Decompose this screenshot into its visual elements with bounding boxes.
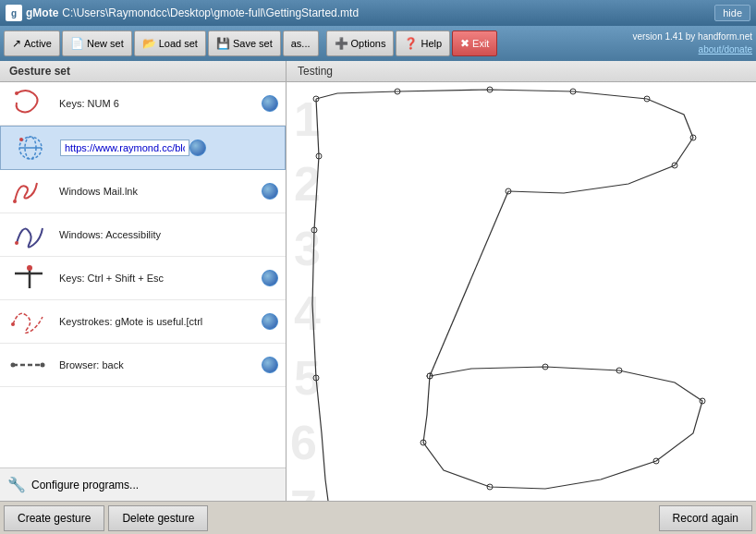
active-icon: ↗ [12, 37, 21, 50]
gesture-thumbnail [7, 304, 52, 339]
options-button[interactable]: ➕ Options [326, 30, 395, 56]
svg-point-12 [11, 363, 16, 368]
gesture-item[interactable]: Keys: Ctrl + Shift + Esc [0, 257, 286, 300]
options-icon: ➕ [335, 37, 348, 50]
hide-button[interactable]: hide [714, 5, 750, 21]
about-donate-link[interactable]: about/donate [632, 43, 752, 56]
gesture-item-selected[interactable] [0, 126, 286, 170]
svg-point-10 [11, 322, 15, 326]
gesture-canvas [287, 82, 756, 501]
gesture-thumbnail [7, 217, 52, 252]
canvas-area[interactable]: 1 2 3 4 5 6 7 [287, 82, 756, 501]
gesture-thumbnail [7, 347, 52, 382]
configure-programs-button[interactable]: 🔧 Configure programs... [0, 467, 286, 501]
delete-gesture-button[interactable]: Delete gesture [108, 505, 208, 531]
gesture-item[interactable]: Windows Mail.lnk [0, 170, 286, 213]
help-icon: ❓ [404, 37, 418, 50]
file-path: C:\Users\Raymondcc\Desktop\gmote-full\Ge… [62, 6, 359, 19]
exit-icon: ✖ [460, 37, 469, 50]
gesture-thumbnail [7, 261, 52, 296]
app-name: gMote [26, 6, 58, 19]
globe-icon [262, 313, 278, 330]
svg-point-13 [41, 363, 45, 368]
help-button[interactable]: ❓ Help [396, 30, 450, 56]
svg-line-33 [430, 191, 508, 376]
svg-point-4 [19, 138, 23, 141]
gesture-list: Keys: NUM 6 [0, 82, 286, 467]
save-set-button[interactable]: 💾 Save set [208, 30, 281, 56]
version-info: version 1.41 by handform.net about/donat… [632, 30, 752, 56]
gesture-thumbnail [7, 174, 52, 209]
bottom-bar: Create gesture Delete gesture Record aga… [0, 501, 756, 534]
svg-point-0 [15, 91, 18, 95]
gesture-set-tab: Gesture set [0, 61, 286, 82]
svg-point-5 [13, 200, 17, 203]
exit-button[interactable]: ✖ Exit [452, 30, 497, 56]
globe-icon [262, 357, 278, 373]
globe-icon [262, 270, 278, 286]
new-set-button[interactable]: 📄 New set [62, 30, 132, 56]
globe-icon [262, 183, 278, 200]
toolbar: ↗ Active 📄 New set 📂 Load set 💾 Save set… [0, 26, 756, 61]
gesture-item[interactable]: Windows: Accessibility [0, 213, 286, 257]
svg-point-9 [27, 265, 32, 271]
gesture-item[interactable]: Keystrokes: gMote is useful.[ctrl [0, 300, 286, 344]
globe-icon [262, 95, 278, 112]
testing-tab: Testing [287, 61, 756, 82]
record-again-button[interactable]: Record again [659, 505, 752, 531]
gesture-item[interactable]: Browser: back [0, 344, 286, 387]
globe-icon [189, 140, 206, 156]
create-gesture-button[interactable]: Create gesture [4, 505, 104, 531]
gesture-thumbnail [7, 86, 52, 121]
load-set-icon: 📂 [142, 37, 156, 50]
main-content: Gesture set Keys: NUM 6 [0, 61, 756, 501]
right-panel: Testing 1 2 3 4 5 6 7 [287, 61, 756, 501]
left-panel: Gesture set Keys: NUM 6 [0, 61, 287, 501]
active-button[interactable]: ↗ Active [4, 30, 60, 56]
gesture-thumbnail [8, 130, 53, 165]
gesture-item[interactable]: Keys: NUM 6 [0, 82, 286, 126]
new-set-icon: 📄 [70, 37, 84, 50]
url-input[interactable] [60, 140, 189, 156]
title-bar: g gMote C:\Users\Raymondcc\Desktop\gmote… [0, 0, 756, 26]
svg-point-6 [15, 241, 18, 245]
save-set-icon: 💾 [216, 37, 230, 50]
load-set-button[interactable]: 📂 Load set [134, 30, 206, 56]
wrench-icon: 🔧 [7, 476, 26, 493]
as-button[interactable]: as... [283, 30, 319, 56]
app-icon: g [6, 5, 22, 21]
